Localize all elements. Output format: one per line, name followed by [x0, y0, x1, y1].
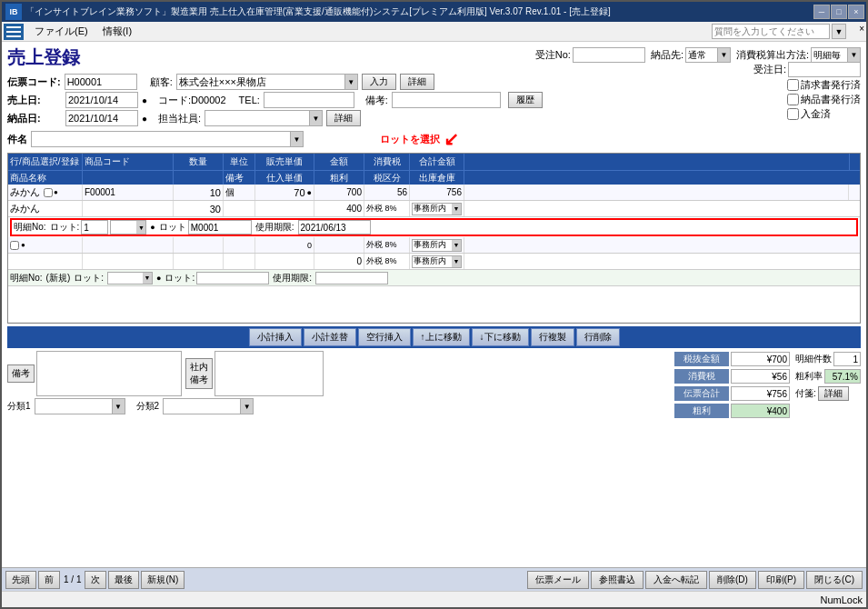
checkboxes-section: 請求書発行済 納品書発行済 入金済: [787, 78, 861, 121]
delete-btn[interactable]: 削除(D): [709, 571, 756, 589]
history-btn[interactable]: 履歴: [508, 92, 543, 108]
next-btn[interactable]: 次: [85, 571, 106, 589]
search-btn[interactable]: ▼: [832, 24, 846, 39]
lot-code-input[interactable]: [188, 220, 252, 235]
internal-note-textarea[interactable]: [215, 351, 324, 396]
print-btn[interactable]: 印刷(P): [758, 571, 804, 589]
new-btn[interactable]: 新規(N): [141, 571, 185, 589]
lot-meinо-label: 明細No:: [12, 221, 48, 234]
cat2-dropdown[interactable]: ▼: [240, 399, 253, 414]
new-dot-btn[interactable]: ●: [156, 274, 161, 283]
move-up-btn[interactable]: ↑上に移動: [413, 328, 470, 346]
empty-unit: [224, 237, 255, 253]
row1-tax: 56: [364, 185, 410, 200]
input-btn[interactable]: 入力: [362, 74, 396, 90]
delivery-slip-label: 納品書発行済: [801, 93, 861, 106]
col-header-tax: 消費税: [364, 154, 410, 170]
delivery-date-input[interactable]: [65, 110, 138, 126]
scrollbar-area: [849, 154, 860, 170]
close-x-btn[interactable]: ×: [859, 24, 864, 34]
row-delete-btn[interactable]: 行削除: [576, 328, 620, 346]
grid-toolbar: 小計挿入 小計並替 空行挿入 ↑上に移動 ↓下に移動 行複製 行削除: [7, 326, 861, 348]
lot-dropdown[interactable]: ▼: [136, 221, 145, 234]
empty-warehouse: 事務所内 ▼: [410, 237, 464, 253]
row1b-price: [255, 201, 314, 216]
row1-select: みかん ●: [8, 185, 83, 200]
sales-date-input[interactable]: [65, 92, 138, 108]
row1-check1[interactable]: [44, 188, 53, 197]
profit-rate-value: 57.1%: [824, 369, 861, 384]
move-down-btn[interactable]: ↓下に移動: [472, 328, 529, 346]
payment-checkbox[interactable]: [787, 108, 799, 120]
last-btn[interactable]: 最後: [108, 571, 139, 589]
item-name-dropdown[interactable]: ▼: [290, 132, 303, 146]
email-btn[interactable]: 伝票メール: [527, 571, 589, 589]
ref-write-btn[interactable]: 参照書込: [591, 571, 644, 589]
empty-row-select: ●: [8, 237, 83, 253]
row1-dot1[interactable]: ●: [54, 188, 58, 197]
tax-method-dropdown-arrow[interactable]: ▼: [847, 48, 860, 62]
file-menu[interactable]: ファイル(E): [27, 23, 95, 40]
cat1-dropdown[interactable]: ▼: [112, 399, 125, 414]
prev-btn[interactable]: 前: [38, 571, 60, 589]
row1-qty: 10: [174, 185, 224, 200]
close-btn[interactable]: ×: [848, 5, 864, 19]
empty-dot1[interactable]: ●: [21, 241, 25, 249]
info-menu[interactable]: 情報(I): [95, 23, 139, 40]
row-copy-btn[interactable]: 行複製: [531, 328, 574, 346]
tel-input[interactable]: [264, 92, 354, 108]
sub-replace-btn[interactable]: 小計並替: [304, 328, 356, 346]
order-date-label: 受注日:: [753, 63, 786, 76]
col-header2-note-b: [174, 171, 224, 185]
detail-btn[interactable]: 詳細: [400, 74, 434, 90]
cat1-label: 分類1: [7, 400, 31, 413]
new-expiry-input[interactable]: [315, 272, 388, 285]
row1b-amount: 400: [314, 201, 364, 216]
close-form-btn[interactable]: 閉じる(C): [806, 571, 863, 589]
payment-btn[interactable]: 入金へ転記: [645, 571, 707, 589]
new-expiry-label: 使用期限:: [269, 272, 315, 285]
note-textarea[interactable]: [36, 351, 182, 396]
row1-amount: 700: [314, 185, 364, 200]
new-lot-dropdown[interactable]: ▼: [143, 273, 152, 284]
lot-dot-btn[interactable]: ●: [150, 223, 155, 232]
grid-header-row1: 行/商品選択/登録 商品コード 数量 単位 販売単価 金額 消費税 合計金額: [8, 154, 860, 170]
empty2-taxtype: 外税 8%: [364, 254, 410, 269]
code-label: コード:D00002: [158, 94, 226, 107]
empty-check1[interactable]: [10, 241, 19, 250]
empty-taxtype: 外税 8%: [364, 237, 410, 253]
empty2-amount: 0: [314, 254, 364, 269]
empty2-extra: [464, 254, 860, 269]
new-lot-input[interactable]: [196, 272, 269, 285]
lot-qty-input[interactable]: [81, 220, 108, 235]
title-text: 「インサイトブレイン業務ソフト」製造業用 売上仕入在庫管理(富業支援/通販機能付…: [25, 5, 813, 18]
lot-expiry-input[interactable]: [298, 220, 371, 235]
empty-insert-btn[interactable]: 空行挿入: [358, 328, 411, 346]
delivery-dropdown-arrow[interactable]: ▼: [717, 48, 730, 62]
grid-header-row2: 商品名称 備考 仕入単価 粗利 税区分 出庫倉庫: [8, 170, 860, 185]
order-date-input[interactable]: [788, 62, 861, 77]
staff-detail-btn[interactable]: 詳細: [326, 110, 361, 126]
row1-scroll: [849, 185, 860, 200]
minimize-btn[interactable]: ─: [813, 5, 830, 19]
invoice-checkbox[interactable]: [787, 79, 799, 91]
search-input[interactable]: [712, 24, 830, 39]
delivery-slip-checkbox[interactable]: [787, 94, 799, 105]
empty-amount: [314, 237, 364, 253]
attach-detail-btn[interactable]: 詳細: [818, 386, 849, 401]
staff-label: 担当社員:: [158, 112, 201, 125]
empty2-select: [8, 254, 83, 269]
customer-value: 株式会社×××果物店: [177, 75, 344, 89]
first-btn[interactable]: 先頭: [5, 571, 36, 589]
note-input-top[interactable]: [392, 92, 501, 108]
menu-bar: ファイル(E) 情報(I) ▼ ×: [2, 22, 866, 42]
slip-code-input[interactable]: [65, 74, 137, 90]
customer-dropdown[interactable]: ▼: [344, 75, 357, 89]
sub-insert-btn[interactable]: 小計挿入: [249, 328, 302, 346]
maximize-btn[interactable]: □: [831, 5, 847, 19]
row1-unit: 個: [224, 185, 255, 200]
order-no-input[interactable]: [573, 47, 645, 63]
col-header2-note-a: [83, 171, 174, 185]
col-header2-taxtype: 税区分: [364, 171, 410, 185]
staff-dropdown[interactable]: ▼: [309, 111, 322, 125]
